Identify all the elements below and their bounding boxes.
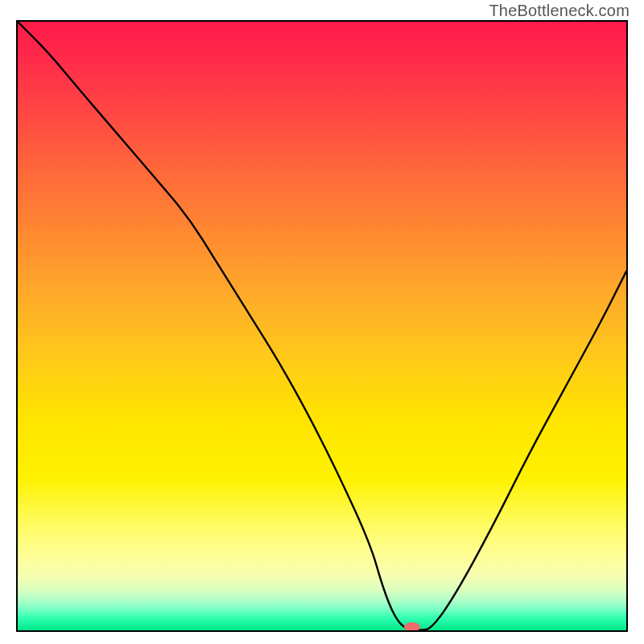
plot-area	[16, 20, 628, 632]
bottleneck-curve	[18, 22, 626, 630]
chart-container: TheBottleneck.com	[0, 0, 644, 644]
attribution-label: TheBottleneck.com	[489, 2, 630, 20]
chart-svg	[18, 22, 626, 630]
optimal-point-marker	[404, 622, 420, 630]
